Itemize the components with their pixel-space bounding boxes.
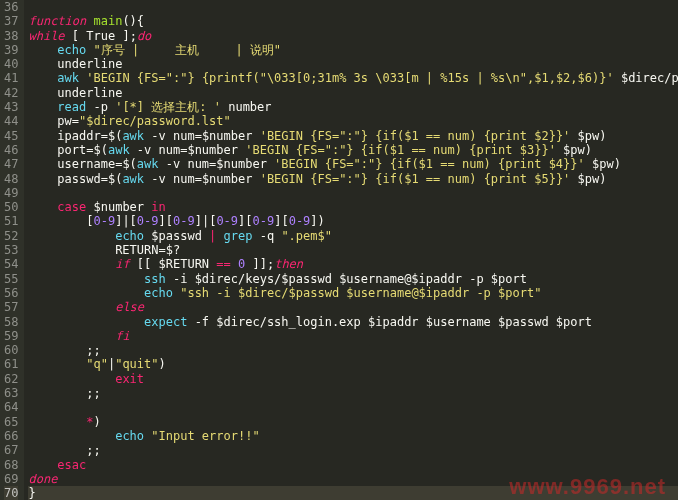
code-line[interactable] (28, 186, 678, 200)
code-line[interactable]: expect -f $direc/ssh_login.exp $ipaddr $… (28, 315, 678, 329)
code-line[interactable]: } (28, 486, 678, 500)
line-number: 51 (4, 214, 18, 228)
line-number: 48 (4, 172, 18, 186)
token-plain (28, 214, 86, 228)
token-str: 'BEGIN {FS=":"} {if($1 == num) {print $2… (260, 129, 571, 143)
token-op: == (216, 257, 230, 271)
code-line[interactable]: read -p '[*] 选择主机: ' number (28, 100, 678, 114)
token-plain: ;; (28, 386, 100, 400)
token-cmd: awk (57, 71, 79, 85)
token-pun: ][ (274, 214, 288, 228)
token-plain (28, 372, 115, 386)
code-line[interactable]: ipaddr=$(awk -v num=$number 'BEGIN {FS="… (28, 129, 678, 143)
token-func: main (93, 14, 122, 28)
code-line[interactable] (28, 400, 678, 414)
token-plain (231, 257, 238, 271)
token-plain: -v num=$number (130, 143, 246, 157)
token-str: '[*] 选择主机: ' (115, 100, 221, 114)
token-plain: $passwd (144, 229, 209, 243)
code-line[interactable]: "q"|"quit") (28, 357, 678, 371)
token-plain (28, 229, 115, 243)
token-cmd: echo (57, 43, 86, 57)
line-number: 59 (4, 329, 18, 343)
line-number: 63 (4, 386, 18, 400)
code-line[interactable]: function main(){ (28, 14, 678, 28)
token-plain: True (79, 29, 122, 43)
code-line[interactable]: port=$(awk -v num=$number 'BEGIN {FS=":"… (28, 143, 678, 157)
token-plain: underline (28, 57, 122, 71)
token-cmd: awk (122, 172, 144, 186)
code-line[interactable]: underline (28, 86, 678, 100)
line-number: 40 (4, 57, 18, 71)
token-pun: ) (599, 172, 606, 186)
token-plain: ;; (28, 443, 100, 457)
token-pun: [ (72, 29, 79, 43)
line-number: 44 (4, 114, 18, 128)
token-plain (130, 257, 137, 271)
line-number: 57 (4, 300, 18, 314)
code-line[interactable]: underline (28, 57, 678, 71)
line-number: 52 (4, 229, 18, 243)
code-line[interactable]: ;; (28, 343, 678, 357)
code-line[interactable]: else (28, 300, 678, 314)
token-plain: ;; (28, 343, 100, 357)
token-num: 0-9 (216, 214, 238, 228)
code-line[interactable]: echo "序号 | 主机 | 说明" (28, 43, 678, 57)
code-editor[interactable]: 3637383940414243444546474849505152535455… (0, 0, 678, 500)
code-line[interactable]: done (28, 472, 678, 486)
code-line[interactable]: echo "Input error!!" (28, 429, 678, 443)
token-pun: ) (585, 143, 592, 157)
line-number: 47 (4, 157, 18, 171)
token-plain: -f $direc/ssh_login.exp $ipaddr $usernam… (187, 315, 592, 329)
token-plain: -v num=$number (159, 157, 275, 171)
token-plain (28, 200, 57, 214)
token-plain: pw= (28, 114, 79, 128)
code-line[interactable]: passwd=$(awk -v num=$number 'BEGIN {FS="… (28, 172, 678, 186)
line-number: 45 (4, 129, 18, 143)
code-line[interactable]: ssh -i $direc/keys/$passwd $username@$ip… (28, 272, 678, 286)
line-number: 69 (4, 472, 18, 486)
code-line[interactable]: esac (28, 458, 678, 472)
token-plain: underline (28, 86, 122, 100)
code-line[interactable] (28, 0, 678, 14)
token-pun: ) (93, 415, 100, 429)
code-line[interactable]: awk 'BEGIN {FS=":"} {printf("\033[0;31m%… (28, 71, 678, 85)
token-pun: ]] (252, 257, 266, 271)
code-line[interactable]: while [ True ];do (28, 29, 678, 43)
token-pun: ] (122, 29, 129, 43)
token-str: 'BEGIN {FS=":"} {if($1 == num) {print $3… (245, 143, 556, 157)
code-line[interactable]: ;; (28, 386, 678, 400)
code-line[interactable]: ;; (28, 443, 678, 457)
token-str: "ssh -i $direc/$passwd $username@$ipaddr… (180, 286, 541, 300)
token-cmd: echo (144, 286, 173, 300)
token-plain (28, 429, 115, 443)
code-line[interactable]: pw="$direc/password.lst" (28, 114, 678, 128)
code-area[interactable]: function main(){while [ True ];do echo "… (24, 0, 678, 500)
code-line[interactable]: echo "ssh -i $direc/$passwd $username@$i… (28, 286, 678, 300)
line-number: 49 (4, 186, 18, 200)
line-number: 56 (4, 286, 18, 300)
token-plain (28, 357, 86, 371)
code-line[interactable]: fi (28, 329, 678, 343)
token-plain (86, 43, 93, 57)
line-number: 43 (4, 100, 18, 114)
code-line[interactable]: [0-9]|[0-9][0-9]|[0-9][0-9][0-9]) (28, 214, 678, 228)
token-plain: RETURN=$? (28, 243, 180, 257)
line-number: 62 (4, 372, 18, 386)
line-number: 68 (4, 458, 18, 472)
code-line[interactable]: username=$(awk -v num=$number 'BEGIN {FS… (28, 157, 678, 171)
code-line[interactable]: exit (28, 372, 678, 386)
code-line[interactable]: case $number in (28, 200, 678, 214)
token-cmd: read (57, 100, 86, 114)
token-plain (216, 229, 223, 243)
code-line[interactable]: echo $passwd | grep -q ".pem$" (28, 229, 678, 243)
token-pun: [[ (137, 257, 151, 271)
code-line[interactable]: RETURN=$? (28, 243, 678, 257)
token-cmd: awk (122, 129, 144, 143)
token-pun: $( (108, 129, 122, 143)
code-line[interactable]: if [[ $RETURN == 0 ]];then (28, 257, 678, 271)
code-line[interactable]: *) (28, 415, 678, 429)
token-num: 0-9 (173, 214, 195, 228)
line-number: 64 (4, 400, 18, 414)
token-plain: port= (28, 143, 93, 157)
